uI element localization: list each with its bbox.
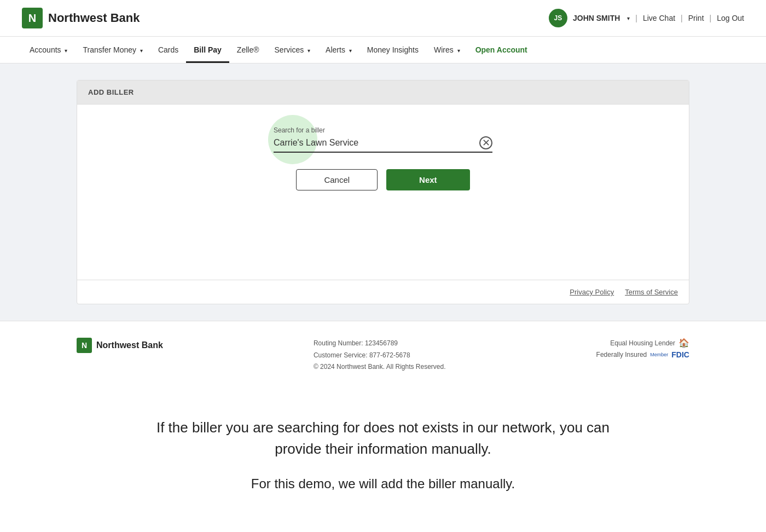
house-icon: 🏠 (678, 338, 689, 348)
demo-section: If the biller you are searching for does… (0, 390, 766, 519)
search-field-wrapper: Search for a biller ✕ (274, 126, 492, 153)
card-footer: Privacy Policy Terms of Service (77, 280, 689, 304)
wires-chevron: ▾ (457, 48, 460, 54)
user-avatar: JS (549, 9, 567, 27)
fdic-badge: Federally Insured Member FDIC (596, 350, 689, 359)
nav-wires[interactable]: Wires ▾ (426, 37, 468, 63)
logout-link[interactable]: Log Out (717, 14, 744, 22)
nav-bill-pay[interactable]: Bill Pay (186, 37, 229, 63)
routing-number: Routing Number: 123456789 (314, 338, 446, 350)
nav-open-account[interactable]: Open Account (468, 37, 535, 63)
footer-badges: Equal Housing Lender 🏠 Federally Insured… (596, 338, 689, 359)
fdic-member-text: Member (650, 352, 668, 357)
accounts-chevron: ▾ (65, 48, 67, 54)
main-background: ADD BILLER Search for a biller ✕ Cancel … (0, 63, 766, 321)
nav-money-insights[interactable]: Money Insights (359, 37, 426, 63)
transfer-chevron: ▾ (140, 48, 143, 54)
live-chat-link[interactable]: Live Chat (643, 14, 675, 22)
footer-logo: N Northwest Bank (77, 338, 163, 353)
footer-info: Routing Number: 123456789 Customer Servi… (314, 338, 446, 373)
page-footer: N Northwest Bank Routing Number: 1234567… (0, 321, 766, 390)
print-link[interactable]: Print (688, 14, 704, 22)
search-container: Search for a biller ✕ (274, 126, 492, 153)
equal-housing-text: Equal Housing Lender (610, 339, 675, 347)
footer-inner: N Northwest Bank Routing Number: 1234567… (77, 338, 689, 373)
demo-text-2: For this demo, we will add the biller ma… (137, 476, 629, 491)
footer-logo-icon: N (77, 338, 92, 353)
equal-housing-badge: Equal Housing Lender 🏠 (610, 338, 689, 348)
nav-alerts[interactable]: Alerts ▾ (318, 37, 359, 63)
nav-cards[interactable]: Cards (150, 37, 186, 63)
logo-area: N Northwest Bank (22, 8, 140, 28)
clear-search-button[interactable]: ✕ (479, 136, 492, 149)
demo-text-1: If the biller you are searching for does… (137, 417, 629, 460)
services-chevron: ▾ (307, 48, 310, 54)
user-chevron[interactable]: ▾ (627, 15, 630, 21)
search-label: Search for a biller (274, 126, 492, 134)
nav-transfer-money[interactable]: Transfer Money ▾ (75, 37, 150, 63)
logo-text: Northwest Bank (48, 11, 140, 25)
next-button[interactable]: Next (386, 169, 470, 190)
header-right: JS JOHN SMITH ▾ | Live Chat | Print | Lo… (549, 9, 744, 27)
fdic-text: FDIC (671, 350, 689, 359)
nav-services[interactable]: Services ▾ (267, 37, 318, 63)
privacy-policy-link[interactable]: Privacy Policy (570, 288, 614, 296)
nav-accounts[interactable]: Accounts ▾ (22, 37, 75, 63)
biller-search-input[interactable] (274, 138, 479, 148)
cancel-button[interactable]: Cancel (296, 169, 378, 190)
page-header: N Northwest Bank JS JOHN SMITH ▾ | Live … (0, 0, 766, 37)
logo-icon: N (22, 8, 43, 28)
footer-logo-text: Northwest Bank (96, 340, 163, 350)
user-name[interactable]: JOHN SMITH (573, 14, 620, 22)
action-buttons: Cancel Next (296, 169, 469, 190)
card-body: Search for a biller ✕ Cancel Next (77, 105, 689, 280)
terms-of-service-link[interactable]: Terms of Service (625, 288, 678, 296)
search-input-row: ✕ (274, 136, 492, 153)
customer-service: Customer Service: 877-672-5678 (314, 350, 446, 362)
card-header: ADD BILLER (77, 80, 689, 105)
nav-zelle[interactable]: Zelle® (229, 37, 267, 63)
federally-insured-text: Federally Insured (596, 351, 647, 358)
main-nav: Accounts ▾ Transfer Money ▾ Cards Bill P… (0, 37, 766, 63)
copyright: © 2024 Northwest Bank. All Rights Reserv… (314, 361, 446, 373)
alerts-chevron: ▾ (349, 48, 352, 54)
add-biller-card: ADD BILLER Search for a biller ✕ Cancel … (77, 80, 689, 304)
